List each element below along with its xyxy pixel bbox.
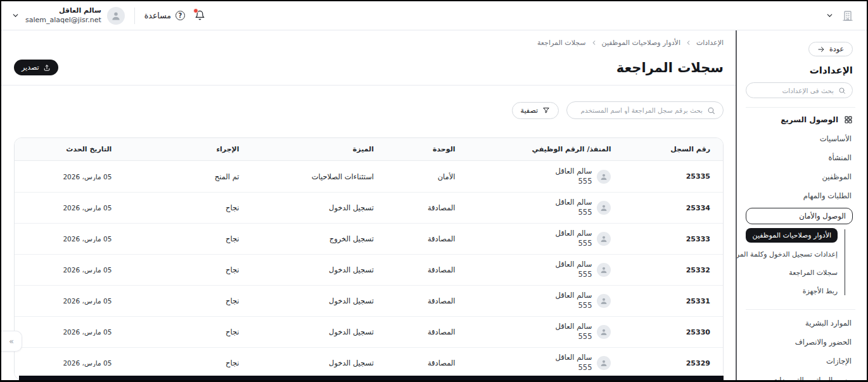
cell-executor: سالم العاقل 555 (468, 260, 624, 279)
collapse-panel-button[interactable]: » (1, 331, 22, 352)
sidebar-subitem[interactable]: ربط الأجهزة (746, 282, 838, 300)
sidebar-item-access-security[interactable]: الوصول والأمان (746, 208, 853, 224)
sidebar-nav-bottom: الموارد البشرية الحضور والانصراف الإجازا… (746, 314, 853, 380)
section-divider (1, 85, 736, 86)
executor-employee-number: 555 (578, 332, 592, 342)
sidebar-item[interactable]: الطلبات والمهام (746, 186, 853, 205)
table-search-input[interactable] (575, 106, 703, 114)
executor-employee-number: 555 (578, 177, 592, 187)
cell-feature: تسجيل الدخول (252, 359, 386, 367)
table-row[interactable]: 25335 سالم العاقل 555 الأمان استثناءات ا… (15, 161, 723, 192)
sidebar-divider (746, 107, 855, 108)
cell-feature: تسجيل الدخول (252, 296, 386, 305)
cell-unit: المصادقة (386, 265, 468, 274)
sidebar-item[interactable]: مسير الرواتب والتعويضات (746, 371, 853, 380)
cell-unit: المصادقة (386, 359, 468, 367)
cell-executor: سالم العاقل 555 (468, 322, 624, 341)
cell-feature: تسجيل الخروج (252, 234, 386, 243)
executor-name: سالم العاقل (556, 291, 592, 301)
cell-action: نجاح (124, 359, 252, 367)
cell-action: تم المنح (124, 172, 252, 181)
cell-record-id: 25332 (623, 266, 723, 274)
cell-record-id: 25333 (623, 235, 723, 243)
person-avatar-icon (597, 170, 611, 184)
cell-unit: الأمان (386, 172, 468, 181)
breadcrumb-item[interactable]: سجلات المراجعة (537, 39, 586, 47)
filter-button[interactable]: تصفية (512, 102, 559, 119)
user-avatar (107, 7, 125, 25)
cell-unit: المصادقة (386, 328, 468, 336)
table-search (566, 101, 724, 119)
column-header: الإجراء (124, 145, 252, 153)
executor-name: سالم العاقل (556, 260, 592, 270)
cell-feature: تسجيل الدخول (252, 265, 386, 274)
cell-executor: سالم العاقل 555 (468, 353, 624, 372)
back-button[interactable]: عودة (808, 42, 853, 56)
table-row[interactable]: 25333 سالم العاقل 555 المصادقة تسجيل الخ… (15, 223, 723, 254)
table-row[interactable]: 25331 سالم العاقل 555 المصادقة تسجيل الد… (15, 285, 723, 316)
cell-event-date: 05 مارس، 2026 (15, 235, 124, 243)
cell-executor: سالم العاقل 555 (468, 167, 624, 186)
cell-record-id: 25335 (623, 172, 723, 181)
executor-name: سالم العاقل (556, 229, 592, 239)
sidebar-item[interactable]: الإجازات (746, 352, 853, 371)
topbar: مساعدة سالم العاقل salem_alaqel@jisr.net (1, 1, 867, 30)
arrow-right-icon (817, 46, 825, 53)
breadcrumb-item[interactable]: الأدوار وصلاحيات الموظفين (590, 39, 680, 47)
main-content: الإعدادات الأدوار وصلاحيات الموظفين سجلا… (1, 30, 736, 380)
double-chevron-icon: » (9, 336, 14, 346)
sidebar-divider (746, 309, 855, 310)
sidebar-item[interactable]: المنشأة (746, 148, 853, 167)
person-avatar-icon (597, 356, 611, 370)
breadcrumb-item[interactable]: الإعدادات (685, 39, 724, 47)
table-header-row: رقم السجل المنفذ/ الرقم الوظيفي الوحدة ا… (15, 138, 723, 161)
audit-log-table: رقم السجل المنفذ/ الرقم الوظيفي الوحدة ا… (14, 137, 724, 380)
cell-action: نجاح (124, 265, 252, 274)
cell-feature: تسجيل الدخول (252, 203, 386, 212)
table-row[interactable]: 25329 سالم العاقل 555 المصادقة تسجيل الد… (15, 347, 723, 378)
sidebar-item-roles-permissions[interactable]: الأدوار وصلاحيات الموظفين (746, 228, 838, 243)
breadcrumb-label: الإعدادات (696, 39, 724, 47)
help-label: مساعدة (144, 11, 171, 20)
cell-executor: سالم العاقل 555 (468, 229, 624, 248)
sidebar-item[interactable]: الأساسيات (746, 129, 853, 148)
sidebar-item-quick-access[interactable]: الوصول السريع (746, 115, 853, 124)
sidebar-item[interactable]: الموارد البشرية (746, 314, 853, 333)
funnel-icon (542, 106, 550, 114)
sidebar-search-input[interactable] (753, 87, 834, 94)
breadcrumb-label: الأدوار وصلاحيات الموظفين (602, 39, 680, 47)
person-avatar-icon (597, 294, 611, 308)
cell-unit: المصادقة (386, 203, 468, 212)
cell-event-date: 05 مارس، 2026 (15, 266, 124, 274)
table-row[interactable]: 25334 سالم العاقل 555 المصادقة تسجيل الد… (15, 192, 723, 223)
sidebar-item[interactable]: الحضور والانصراف (746, 333, 853, 352)
cell-executor: سالم العاقل 555 (468, 198, 624, 217)
executor-employee-number: 555 (578, 301, 592, 311)
cell-event-date: 05 مارس، 2026 (15, 173, 124, 181)
sidebar-title: الإعدادات (746, 65, 853, 76)
topbar-left-group: مساعدة سالم العاقل salem_alaqel@jisr.net (11, 6, 205, 25)
table-row[interactable]: 25330 سالم العاقل 555 المصادقة تسجيل الد… (15, 316, 723, 347)
executor-name: سالم العاقل (556, 167, 592, 177)
table-row[interactable]: 25332 سالم العاقل 555 المصادقة تسجيل الد… (15, 254, 723, 285)
cell-unit: المصادقة (386, 296, 468, 305)
export-button[interactable]: تصدير (14, 60, 58, 75)
user-menu[interactable]: سالم العاقل salem_alaqel@jisr.net (11, 6, 125, 25)
bottom-scrollbar[interactable] (19, 376, 724, 380)
sidebar-item[interactable]: الموظفين (746, 167, 853, 186)
column-header: رقم السجل (623, 145, 723, 153)
user-identity: سالم العاقل salem_alaqel@jisr.net (25, 6, 101, 25)
cell-action: نجاح (124, 328, 252, 336)
notification-dot (193, 8, 198, 13)
user-email: salem_alaqel@jisr.net (25, 16, 101, 25)
sidebar-subitem[interactable]: إعدادات تسجيل الدخول وكلمة المرور (746, 245, 838, 264)
sidebar-subitem[interactable]: سجلات المراجعة (746, 264, 838, 282)
cell-record-id: 25331 (623, 297, 723, 305)
help-button[interactable]: مساعدة (144, 11, 185, 20)
breadcrumb: الإعدادات الأدوار وصلاحيات الموظفين سجلا… (14, 39, 724, 47)
filter-label: تصفية (521, 106, 538, 115)
sidebar-nav-top: الأساسيات المنشأة الموظفين الطلبات والمه… (746, 129, 853, 205)
company-switcher[interactable] (826, 10, 854, 22)
cell-feature: تسجيل الدخول (252, 328, 386, 336)
notifications-bell-icon[interactable] (195, 10, 205, 21)
